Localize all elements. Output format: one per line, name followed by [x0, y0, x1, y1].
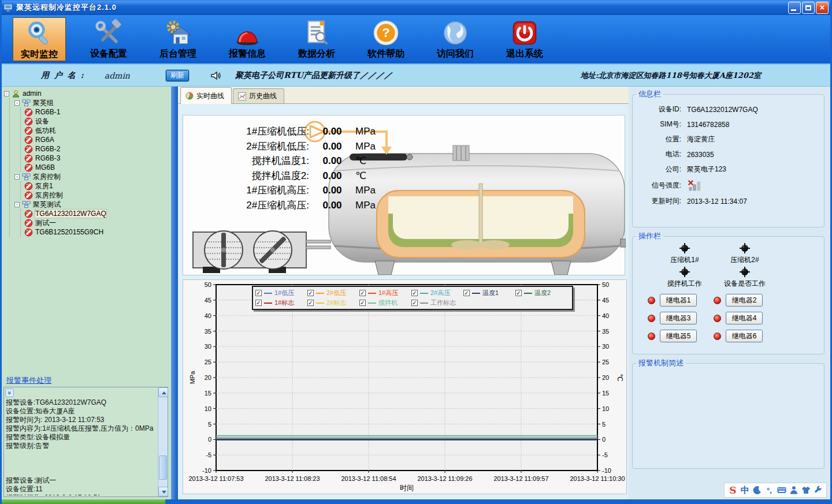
toolbar-item-gear-house[interactable]: 后台管理 [151, 17, 205, 61]
legend-checkbox[interactable]: ✓ [411, 300, 418, 306]
legend-line-swatch [420, 293, 428, 294]
person-icon[interactable] [789, 485, 799, 495]
legend-checkbox[interactable]: ✓ [255, 300, 262, 306]
legend-checkbox[interactable]: ✓ [359, 290, 366, 296]
speaker-icon[interactable] [210, 70, 221, 81]
tab-realtime-curve[interactable]: 实时曲线 [180, 87, 232, 104]
alarm-scrollbar[interactable] [158, 387, 168, 496]
legend-checkbox[interactable]: ✓ [359, 300, 366, 306]
tree-device[interactable]: TG6B12520155G9CH [24, 227, 169, 237]
alarm-line: 报警时间为: 2013-3-8 17:18:51 [6, 494, 156, 495]
relay-button[interactable]: 继电器1 [660, 294, 697, 307]
relay-button[interactable]: 继电器6 [726, 330, 763, 342]
tree-expander-icon[interactable]: - [14, 174, 20, 180]
legend-checkbox[interactable]: ✓ [515, 290, 522, 296]
relay-button[interactable]: 继电器3 [660, 312, 697, 324]
toolbar-item-magnifier[interactable]: 实时监控 [13, 17, 66, 61]
toolbar-item-help[interactable]: ?软件帮助 [359, 17, 413, 61]
sogou-logo-icon[interactable]: S [728, 485, 738, 495]
legend-item[interactable]: ✓2#高压 [411, 289, 463, 297]
legend-checkbox[interactable]: ✓ [463, 290, 470, 296]
legend-checkbox[interactable]: ✓ [307, 300, 314, 306]
legend-line-swatch [368, 293, 376, 294]
tree-device[interactable]: RG6A [24, 135, 169, 144]
tree-device[interactable]: 设备 [24, 117, 169, 126]
toolbar-item-power[interactable]: 退出系统 [498, 17, 551, 61]
restore-button[interactable] [802, 2, 815, 14]
tree-device[interactable]: 泵房控制 [24, 191, 169, 200]
status-lamp-icon [681, 245, 688, 252]
tree-device[interactable]: TG6A1232012W7GAQ [24, 209, 169, 218]
relay-led-icon [648, 333, 655, 340]
legend-item[interactable]: ✓1#高压 [359, 289, 411, 297]
scroll-down-icon[interactable] [158, 487, 168, 496]
legend-label: 温度2 [534, 289, 551, 297]
info-field-row: 电话:2633035 [634, 150, 824, 159]
tree-item-admin[interactable]: -admin [4, 89, 169, 98]
punctuation-icon[interactable]: °, [764, 485, 775, 495]
alarm-event-box[interactable]: » 报警设备:TG6A1232012W7GAQ设备位置:知春大厦A座报警时间为:… [3, 387, 168, 497]
info-field-row: 信号强度: [634, 180, 824, 191]
moon-icon[interactable] [752, 485, 763, 495]
chinese-mode-icon[interactable]: 中 [740, 485, 751, 495]
svg-text:2013-3-12 11:08:23: 2013-3-12 11:08:23 [265, 475, 320, 482]
svg-text:35: 35 [205, 328, 211, 335]
legend-item[interactable]: ✓2#低压 [307, 289, 359, 297]
legend-item[interactable]: ✓1#标志 [255, 298, 307, 307]
tree-device[interactable]: 泵房1 [24, 181, 169, 191]
tree-device[interactable]: RG6B-1 [24, 107, 169, 117]
relay-button[interactable]: 继电器2 [726, 294, 763, 307]
toolbar-item-document-analyze[interactable]: 数据分析 [290, 17, 343, 61]
tree-group[interactable]: -泵房控制 [14, 172, 169, 181]
reading-value: 0.00 [309, 155, 355, 167]
panel-divider[interactable] [171, 87, 178, 499]
relay-button[interactable]: 继电器5 [660, 330, 697, 342]
tree-device[interactable]: RG6B-2 [24, 144, 169, 154]
scroll-up-icon[interactable] [158, 387, 168, 397]
toolbar-item-alarm-lamp[interactable]: 报警信息 [221, 17, 274, 61]
scroll-thumb[interactable] [159, 456, 167, 480]
reading-label: 1#压缩机低压: [189, 125, 309, 138]
legend-item[interactable]: ✓工作标志 [411, 298, 463, 307]
tree-expander-icon[interactable]: - [14, 100, 20, 106]
minimize-button[interactable] [788, 2, 801, 14]
legend-item[interactable]: ✓搅拌机 [359, 298, 411, 307]
relay-button[interactable]: 继电器4 [726, 312, 763, 324]
wrench-icon[interactable] [813, 485, 823, 495]
device-offline-icon [24, 136, 33, 144]
legend-item[interactable]: ✓温度1 [463, 289, 515, 297]
tree-device[interactable]: MG6B [24, 163, 169, 172]
tree-group[interactable]: -聚英组 [14, 98, 169, 107]
legend-checkbox[interactable]: ✓ [307, 290, 314, 296]
device-offline-icon [24, 210, 33, 218]
close-button[interactable]: × [816, 2, 829, 14]
reading-unit: MPa [355, 200, 388, 211]
legend-checkbox[interactable]: ✓ [255, 290, 262, 296]
tree-device[interactable]: RG6B-3 [24, 154, 169, 163]
alarm-line: 报警类型:设备模拟量 [6, 433, 156, 442]
tree-group[interactable]: -聚英测试 [14, 200, 169, 209]
tree-expander-icon[interactable]: - [4, 91, 9, 96]
legend-line-swatch [420, 303, 428, 304]
svg-text:℃: ℃ [616, 374, 624, 381]
tree-device[interactable]: 测试一 [24, 218, 169, 227]
legend-item[interactable]: ✓1#低压 [255, 289, 307, 297]
tree-expander-icon[interactable]: - [14, 202, 20, 207]
tab-history-curve[interactable]: 历史曲线 [233, 88, 284, 103]
refresh-button[interactable]: 刷新 [166, 70, 189, 81]
toolbar-item-globe[interactable]: 访问我们 [429, 17, 482, 61]
legend-item[interactable]: ✓2#标志 [307, 298, 359, 307]
legend-line-swatch [472, 293, 480, 294]
skin-icon[interactable] [801, 485, 811, 495]
indicator: 设备是否工作 [715, 268, 775, 289]
tree-device[interactable]: 低功耗 [24, 126, 169, 135]
legend-line-swatch [368, 303, 376, 304]
toolbar-item-tools[interactable]: 设备配置 [82, 17, 135, 61]
keyboard-icon[interactable] [777, 485, 787, 495]
tree-item-label: MG6B [35, 163, 55, 171]
collapse-chevron-icon[interactable]: » [5, 389, 14, 397]
device-offline-icon [24, 145, 33, 154]
legend-checkbox[interactable]: ✓ [411, 290, 418, 296]
reading-label: 搅拌机温度2: [189, 169, 309, 182]
legend-item[interactable]: ✓温度2 [515, 289, 567, 297]
